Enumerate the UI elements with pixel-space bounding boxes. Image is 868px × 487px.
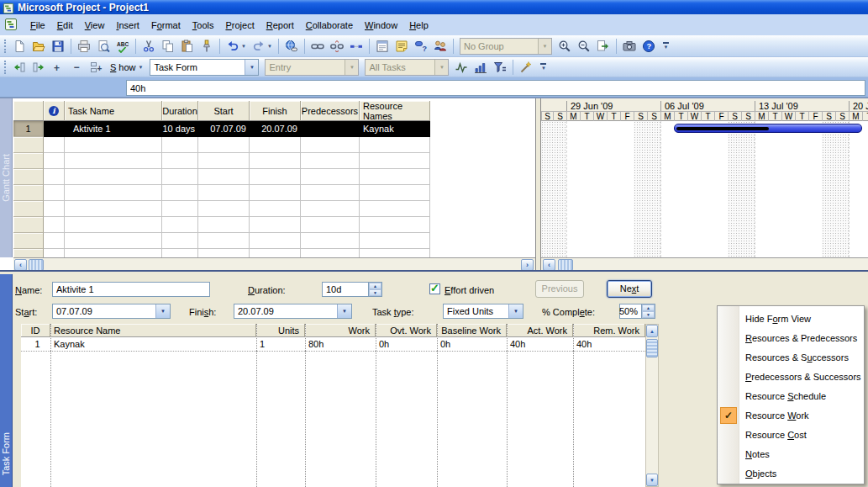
resource-column-header[interactable]: Ovt. Work — [376, 324, 437, 337]
next-button[interactable]: Next — [607, 280, 652, 298]
empty-cell[interactable] — [250, 169, 301, 185]
cell-resources[interactable]: Kaynak — [360, 121, 430, 137]
empty-cell[interactable] — [65, 217, 162, 233]
empty-cell[interactable] — [360, 217, 430, 233]
resource-column-header[interactable]: Baseline Work — [437, 324, 507, 337]
resource-cell[interactable]: 40h — [573, 337, 645, 352]
empty-cell[interactable] — [162, 169, 198, 185]
timescale-day-cell[interactable]: S — [647, 111, 660, 121]
empty-cell[interactable] — [250, 217, 301, 233]
hide-assignments-button[interactable]: + — [87, 58, 106, 77]
empty-cell[interactable] — [65, 249, 162, 257]
cell-duration[interactable]: 10 days — [162, 121, 198, 137]
empty-cell[interactable] — [301, 201, 360, 217]
spinner-down-icon[interactable]: ▼ — [369, 289, 381, 296]
empty-cell[interactable] — [162, 137, 198, 153]
zoom-in-button[interactable] — [555, 37, 574, 56]
start-combo[interactable]: 07.07.09 ▼ — [52, 304, 171, 319]
task-drivers-button[interactable]: ? — [412, 37, 430, 56]
menu-view[interactable]: View — [79, 17, 111, 34]
resource-column-header[interactable]: ID — [21, 324, 50, 337]
scroll-down-icon[interactable]: ▼ — [646, 474, 658, 486]
empty-cell[interactable] — [44, 185, 65, 201]
percent-complete-spinner[interactable]: ▲ ▼ — [642, 304, 655, 319]
empty-cell[interactable] — [162, 185, 198, 201]
open-button[interactable] — [29, 37, 48, 56]
empty-cell[interactable] — [198, 249, 250, 257]
show-button[interactable]: Show ▼ — [107, 60, 146, 75]
insert-hyperlink-button[interactable] — [282, 37, 301, 56]
empty-cell[interactable] — [301, 249, 360, 257]
scroll-right-icon[interactable]: › — [521, 259, 534, 271]
toolbar-options-button[interactable]: ▼ — [660, 37, 671, 56]
chevron-down-icon[interactable]: ▼ — [267, 44, 275, 49]
empty-cell[interactable] — [198, 233, 250, 249]
task-type-combo[interactable]: Fixed Units ▼ — [443, 304, 523, 319]
percent-complete-field[interactable]: 50% — [619, 304, 642, 319]
empty-cell[interactable] — [360, 153, 430, 169]
toolbar-grip[interactable] — [4, 40, 7, 53]
empty-cell[interactable] — [301, 137, 360, 153]
empty-cell[interactable] — [13, 233, 44, 249]
timescale-day-cell[interactable]: S — [728, 111, 741, 121]
autofilter-button[interactable] — [491, 58, 509, 77]
empty-cell[interactable] — [44, 153, 65, 169]
menu-format[interactable]: Format — [145, 17, 187, 34]
empty-cell[interactable] — [301, 169, 360, 185]
empty-cell[interactable] — [65, 185, 162, 201]
unlink-tasks-button[interactable] — [328, 37, 346, 56]
timescale-day-cell[interactable]: M — [755, 111, 768, 121]
column-header-start[interactable]: Start — [198, 101, 250, 121]
timescale-day-cell[interactable]: T — [701, 111, 714, 121]
resource-cell[interactable]: 1 — [21, 337, 50, 352]
spelling-button[interactable]: ABC — [113, 37, 132, 56]
undo-button[interactable] — [224, 37, 242, 56]
help-button[interactable]: ? — [639, 37, 658, 56]
empty-cell[interactable] — [65, 233, 162, 249]
menu-window[interactable]: Window — [359, 17, 403, 34]
empty-cell[interactable] — [198, 185, 250, 201]
spinner-up-icon[interactable]: ▲ — [369, 283, 381, 289]
menu-file[interactable]: File — [24, 17, 51, 34]
empty-cell[interactable] — [250, 201, 301, 217]
hide-subtasks-button[interactable]: − — [68, 58, 87, 77]
empty-cell[interactable] — [13, 249, 44, 257]
table-combo[interactable]: Entry▼ — [265, 59, 359, 76]
timeline-hscrollbar[interactable]: ‹ — [541, 257, 868, 271]
resource-table-vscrollbar[interactable]: ▲ ▼ — [645, 324, 659, 487]
effort-driven-checkbox[interactable]: ✓ — [429, 283, 440, 294]
assign-resources-button[interactable] — [431, 37, 450, 56]
timescale-day-cell[interactable]: S — [553, 111, 566, 121]
empty-cell[interactable] — [250, 233, 301, 249]
timescale-day-cell[interactable]: S — [835, 111, 849, 121]
timescale-week-label[interactable]: 29 Jun '09 — [566, 101, 660, 111]
timescale-day-cell[interactable]: S — [634, 111, 647, 121]
empty-cell[interactable] — [360, 169, 430, 185]
cell-start[interactable]: 07.07.09 — [198, 121, 250, 137]
empty-cell[interactable] — [360, 137, 430, 153]
table-hscrollbar[interactable]: ‹ › — [13, 257, 535, 271]
timescale-week-label[interactable]: 06 Jul '09 — [660, 101, 755, 111]
timescale-day-cell[interactable]: W — [781, 111, 795, 121]
name-input[interactable] — [52, 282, 210, 297]
pane-vertical-splitter[interactable] — [535, 98, 541, 271]
empty-cell[interactable] — [13, 169, 44, 185]
resource-cell[interactable]: 0h — [437, 337, 507, 352]
toolbar-grip[interactable] — [4, 61, 7, 74]
empty-cell[interactable] — [360, 233, 430, 249]
task-information-button[interactable] — [373, 37, 392, 56]
empty-cell[interactable] — [360, 201, 430, 217]
scroll-up-icon[interactable]: ▲ — [646, 325, 658, 337]
resource-column-header[interactable]: Rem. Work — [573, 324, 645, 337]
timescale-day-cell[interactable]: M — [566, 111, 580, 121]
redo-button[interactable] — [250, 37, 268, 56]
empty-cell[interactable] — [198, 137, 250, 153]
empty-cell[interactable] — [162, 217, 198, 233]
scroll-left-icon[interactable]: ‹ — [14, 259, 27, 271]
column-header-name[interactable]: Task Name — [65, 101, 162, 121]
timescale-day-cell[interactable]: T — [862, 111, 868, 121]
empty-cell[interactable] — [44, 169, 65, 185]
resource-column-header[interactable]: Act. Work — [507, 324, 573, 337]
entry-bar-input[interactable] — [126, 80, 865, 96]
column-header-duration[interactable]: Duration — [162, 101, 198, 121]
